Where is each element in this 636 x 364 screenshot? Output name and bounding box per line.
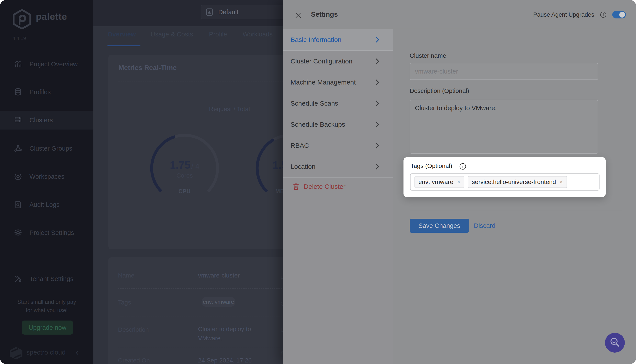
tags-label: Tags (Optional) <box>411 162 452 170</box>
delete-cluster-label: Delete Cluster <box>304 183 346 190</box>
settings-nav-rbac[interactable]: RBAC <box>283 135 393 156</box>
detail-label-name: Name <box>118 272 135 279</box>
sidebar-item-label: Clusters <box>30 116 53 124</box>
brand-name: palette <box>36 12 67 22</box>
chevron-right-icon <box>375 163 379 170</box>
tag-text: env: vmware <box>418 178 453 186</box>
nav-label: Cluster Configuration <box>290 58 353 65</box>
settings-nav-schedule-backups[interactable]: Schedule Backups <box>283 114 393 135</box>
sidebar: palette 4.4.19 Project Overview Profiles <box>0 0 93 364</box>
settings-modal: Settings Pause Agent Upgrades Basic Info… <box>283 0 636 364</box>
app-version: 4.4.19 <box>13 36 26 41</box>
info-icon[interactable] <box>600 12 606 18</box>
sidebar-item-label: Profiles <box>30 88 51 96</box>
metrics-title: Metrics Real-Time <box>118 64 177 72</box>
sidebar-item-label: Project Settings <box>30 229 74 236</box>
upgrade-promo-text: Start small and only pay for what you us… <box>0 298 93 314</box>
form-divider <box>410 211 622 211</box>
sidebar-item-workspaces[interactable]: Workspaces <box>0 167 93 186</box>
project-chart-icon <box>205 8 214 16</box>
settings-modal-header: Settings Pause Agent Upgrades <box>283 0 636 29</box>
remove-tag-icon[interactable]: × <box>559 178 563 186</box>
discard-button[interactable]: Discard <box>474 222 495 230</box>
tag-text: service:hello-universe-frontend <box>472 178 556 186</box>
description-textarea[interactable]: Cluster to deploy to VMware. <box>410 100 598 154</box>
description-label: Description (Optional) <box>410 88 469 94</box>
chevron-right-icon <box>375 142 379 149</box>
sidebar-item-label: Cluster Groups <box>30 145 72 152</box>
sidebar-footer-divider <box>0 341 93 342</box>
tags-info-icon[interactable] <box>459 163 466 170</box>
search-fab-button[interactable] <box>605 333 625 352</box>
tab-usage-costs[interactable]: Usage & Costs <box>151 31 193 38</box>
sidebar-item-label: Audit Logs <box>30 201 60 208</box>
cluster-name-label: Cluster name <box>410 52 446 59</box>
detail-value-name: vmware-cluster <box>198 272 240 279</box>
settings-nav-cluster-configuration[interactable]: Cluster Configuration <box>283 51 393 72</box>
chevron-right-icon <box>375 79 379 86</box>
footer-brand: spectro cloud <box>26 349 66 356</box>
pause-agent-upgrades-label: Pause Agent Upgrades <box>533 12 594 18</box>
tag-pill-env-vmware: env: vmware × <box>415 176 464 188</box>
chevron-right-icon <box>375 121 379 128</box>
gear-icon <box>14 228 23 237</box>
sidebar-item-label: Tenant Settings <box>30 275 73 282</box>
sidebar-collapse-icon[interactable]: ‹ <box>76 347 79 358</box>
tools-icon <box>14 274 23 283</box>
settings-nav-location[interactable]: Location <box>283 156 393 177</box>
close-icon[interactable] <box>295 12 301 19</box>
tab-workloads[interactable]: Workloads <box>243 31 272 38</box>
clusters-icon <box>14 116 23 124</box>
sidebar-item-project-overview[interactable]: Project Overview <box>0 55 93 74</box>
cluster-details-card: Name vmware-cluster H Tags env: vmware C… <box>108 257 308 364</box>
detail-label-description: Description <box>118 326 149 333</box>
workspaces-icon <box>14 172 23 181</box>
bar-chart-icon <box>14 60 23 68</box>
toggle-knob <box>619 12 625 18</box>
details-row-divider <box>118 316 304 317</box>
cluster-name-input[interactable] <box>410 63 598 80</box>
tags-input[interactable]: env: vmware × service:hello-universe-fro… <box>410 174 599 190</box>
settings-nav-machine-management[interactable]: Machine Management <box>283 72 393 93</box>
audit-log-icon <box>14 200 23 209</box>
database-icon <box>14 88 23 96</box>
metrics-card: Metrics Real-Time Request / Total 1.75 /… <box>108 55 308 250</box>
pause-agent-upgrades-toggle[interactable] <box>612 11 626 18</box>
chevron-right-icon <box>375 100 379 107</box>
sidebar-item-audit-logs[interactable]: Audit Logs <box>0 195 93 214</box>
sidebar-item-profiles[interactable]: Profiles <box>0 82 93 102</box>
sidebar-item-tenant-settings[interactable]: Tenant Settings <box>0 270 93 288</box>
settings-nav-schedule-scans[interactable]: Schedule Scans <box>283 93 393 114</box>
detail-label-created: Created On <box>118 357 150 364</box>
details-row-divider <box>118 288 304 289</box>
memory-gauge-label: ME <box>275 188 284 194</box>
sidebar-item-cluster-groups[interactable]: Cluster Groups <box>0 139 93 158</box>
save-changes-button[interactable]: Save Changes <box>410 219 469 233</box>
tab-profile[interactable]: Profile <box>209 31 227 38</box>
nav-label: Basic Information <box>290 36 342 44</box>
upgrade-now-button[interactable]: Upgrade now <box>22 320 73 334</box>
nav-label: RBAC <box>290 142 309 149</box>
sidebar-item-clusters[interactable]: Clusters <box>0 111 93 130</box>
search-smile-icon <box>609 337 621 348</box>
tab-overview[interactable]: Overview <box>108 31 136 38</box>
delete-cluster-button[interactable]: Delete Cluster <box>293 183 346 190</box>
nav-label: Schedule Scans <box>290 100 338 107</box>
details-row-divider <box>118 347 304 347</box>
settings-nav-basic-information[interactable]: Basic Information <box>283 29 393 51</box>
sidebar-item-project-settings[interactable]: Project Settings <box>0 223 93 242</box>
nav-label: Location <box>290 163 315 170</box>
settings-title: Settings <box>311 10 338 18</box>
network-nodes-icon <box>14 144 23 153</box>
trash-icon <box>293 183 299 190</box>
detail-value-description: Cluster to deploy to VMware. <box>198 324 251 343</box>
cpu-gauge-label: CPU <box>147 188 222 194</box>
pause-agent-upgrades-group: Pause Agent Upgrades <box>533 11 626 18</box>
detail-value-created: 24 Sep 2024, 17:26 <box>198 357 252 364</box>
remove-tag-icon[interactable]: × <box>457 178 460 186</box>
nav-label: Machine Management <box>290 78 356 86</box>
project-selector-value: Default <box>218 8 238 16</box>
sidebar-item-label: Workspaces <box>30 173 64 180</box>
tag-pill-service-frontend: service:hello-universe-frontend × <box>468 176 567 188</box>
active-tab-underline <box>108 45 140 46</box>
